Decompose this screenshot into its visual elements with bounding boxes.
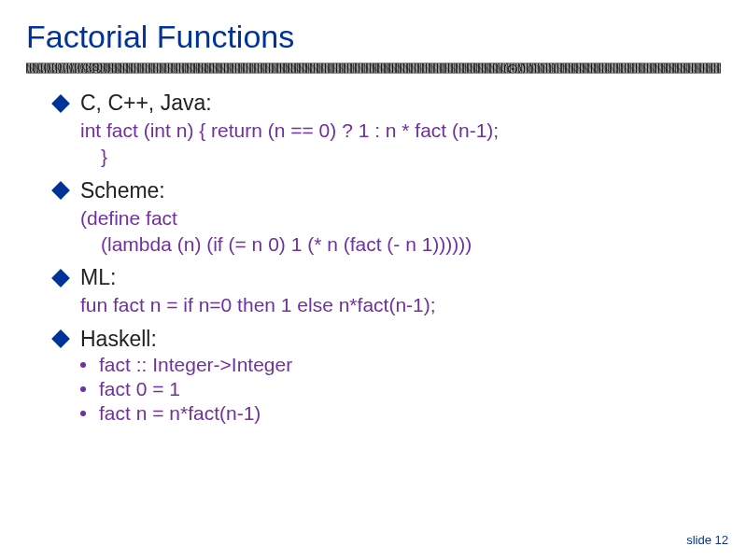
section-head: ML: (54, 265, 721, 290)
code-block: fun fact n = if n=0 then 1 else n*fact(n… (80, 292, 721, 318)
slide-container: Factorial Functions C, C++, Java: int fa… (0, 0, 747, 560)
section-label: Haskell: (80, 327, 157, 352)
diamond-bullet-icon (51, 181, 70, 200)
section-haskell: Haskell: fact :: Integer->Integer fact 0… (54, 327, 721, 425)
section-label: Scheme: (80, 178, 165, 203)
diamond-bullet-icon (51, 94, 70, 113)
list-item: fact :: Integer->Integer (80, 354, 721, 376)
section-head: Haskell: (54, 327, 721, 352)
section-label: ML: (80, 265, 116, 290)
section-label: C, C++, Java: (80, 91, 212, 116)
dot-bullet-icon (80, 386, 86, 392)
code-line: fun fact n = if n=0 then 1 else n*fact(n… (80, 292, 721, 318)
haskell-list: fact :: Integer->Integer fact 0 = 1 fact… (80, 354, 721, 425)
dot-bullet-icon (80, 362, 86, 368)
code-line: } (101, 144, 721, 170)
section-head: C, C++, Java: (54, 91, 721, 116)
title-divider (26, 63, 721, 74)
list-item: fact n = n*fact(n-1) (80, 402, 721, 425)
section-c: C, C++, Java: int fact (int n) { return … (54, 91, 721, 171)
content-area: C, C++, Java: int fact (int n) { return … (26, 91, 721, 425)
code-block: int fact (int n) { return (n == 0) ? 1 :… (80, 118, 721, 171)
dot-bullet-icon (80, 411, 86, 416)
list-item: fact 0 = 1 (80, 378, 721, 400)
list-item-text: fact :: Integer->Integer (99, 354, 292, 376)
section-ml: ML: fun fact n = if n=0 then 1 else n*fa… (54, 265, 721, 318)
diamond-bullet-icon (51, 269, 70, 287)
code-line: (define fact (80, 205, 721, 231)
diamond-bullet-icon (51, 329, 70, 348)
code-line: int fact (int n) { return (n == 0) ? 1 :… (80, 118, 721, 144)
list-item-text: fact 0 = 1 (99, 378, 180, 400)
code-line: (lambda (n) (if (= n 0) 1 (* n (fact (- … (101, 231, 721, 258)
section-scheme: Scheme: (define fact (lambda (n) (if (= … (54, 178, 721, 259)
section-head: Scheme: (54, 178, 721, 203)
slide-title: Factorial Functions (26, 19, 721, 55)
slide-number: slide 12 (686, 533, 728, 547)
list-item-text: fact n = n*fact(n-1) (99, 402, 261, 425)
code-block: (define fact (lambda (n) (if (= n 0) 1 (… (80, 205, 721, 259)
